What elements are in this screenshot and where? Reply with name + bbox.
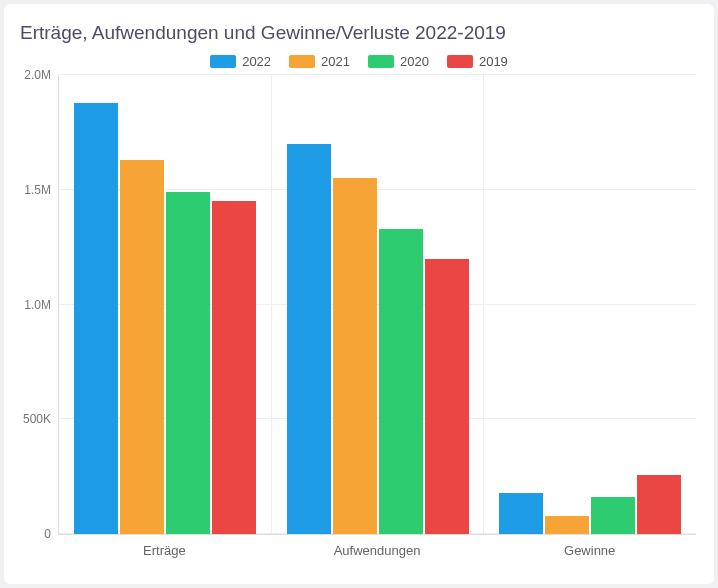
plot-area: 0500K1.0M1.5M2.0M Erträge Aufwendungen G… [58, 75, 696, 558]
y-tick-label: 1.0M [24, 298, 59, 312]
bar-2020[interactable] [379, 229, 423, 534]
legend-swatch [210, 55, 236, 68]
legend-item-2020[interactable]: 2020 [368, 54, 429, 69]
bar-2019[interactable] [425, 259, 469, 534]
legend-item-2022[interactable]: 2022 [210, 54, 271, 69]
legend-swatch [368, 55, 394, 68]
bar-group [484, 75, 696, 534]
bar-2021[interactable] [120, 160, 164, 534]
bar-2022[interactable] [499, 493, 543, 534]
x-axis-labels: Erträge Aufwendungen Gewinne [58, 543, 696, 558]
chart-title: Erträge, Aufwendungen und Gewinne/Verlus… [20, 22, 704, 44]
legend-swatch [289, 55, 315, 68]
y-tick-label: 2.0M [24, 68, 59, 82]
y-tick-label: 500K [23, 412, 59, 426]
y-tick-label: 0 [44, 527, 59, 541]
legend-item-2021[interactable]: 2021 [289, 54, 350, 69]
chart-card: Erträge, Aufwendungen und Gewinne/Verlus… [4, 4, 714, 584]
legend-label: 2020 [400, 54, 429, 69]
chart-legend: 2022 2021 2020 2019 [14, 54, 704, 69]
legend-item-2019[interactable]: 2019 [447, 54, 508, 69]
legend-label: 2021 [321, 54, 350, 69]
bar-2020[interactable] [166, 192, 210, 534]
y-tick-label: 1.5M [24, 183, 59, 197]
x-label: Gewinne [483, 543, 696, 558]
bar-2020[interactable] [591, 497, 635, 534]
bar-2019[interactable] [212, 201, 256, 534]
legend-label: 2019 [479, 54, 508, 69]
bar-group [59, 75, 272, 534]
plot: 0500K1.0M1.5M2.0M [58, 75, 696, 535]
legend-label: 2022 [242, 54, 271, 69]
bar-2021[interactable] [545, 516, 589, 534]
bar-2022[interactable] [287, 144, 331, 534]
legend-swatch [447, 55, 473, 68]
x-label: Aufwendungen [271, 543, 484, 558]
x-label: Erträge [58, 543, 271, 558]
bar-2019[interactable] [637, 475, 681, 534]
bar-group [272, 75, 485, 534]
bar-2021[interactable] [333, 178, 377, 534]
bar-2022[interactable] [74, 103, 118, 534]
